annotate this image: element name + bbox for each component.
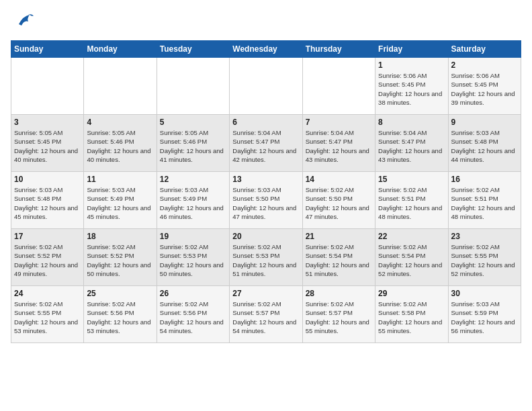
- weekday-monday: Monday: [84, 41, 157, 58]
- weekday-tuesday: Tuesday: [157, 41, 229, 58]
- day-info: Sunrise: 5:03 AM Sunset: 5:59 PM Dayligh…: [451, 300, 518, 335]
- week-row-3: 10Sunrise: 5:03 AM Sunset: 5:48 PM Dayli…: [11, 172, 521, 229]
- calendar-cell: 2Sunrise: 5:06 AM Sunset: 5:45 PM Daylig…: [448, 58, 521, 115]
- day-info: Sunrise: 5:02 AM Sunset: 5:55 PM Dayligh…: [451, 242, 518, 278]
- day-info: Sunrise: 5:03 AM Sunset: 5:48 PM Dayligh…: [451, 128, 518, 164]
- day-info: Sunrise: 5:02 AM Sunset: 5:57 PM Dayligh…: [306, 300, 372, 335]
- day-info: Sunrise: 5:05 AM Sunset: 5:45 PM Dayligh…: [14, 128, 81, 164]
- day-info: Sunrise: 5:04 AM Sunset: 5:47 PM Dayligh…: [306, 128, 372, 164]
- day-info: Sunrise: 5:02 AM Sunset: 5:53 PM Dayligh…: [232, 242, 299, 278]
- day-info: Sunrise: 5:05 AM Sunset: 5:46 PM Dayligh…: [87, 128, 153, 164]
- calendar-cell: [157, 58, 229, 115]
- day-number: 5: [160, 118, 226, 127]
- day-number: 4: [87, 118, 153, 127]
- day-info: Sunrise: 5:02 AM Sunset: 5:51 PM Dayligh…: [378, 185, 445, 221]
- calendar-cell: 27Sunrise: 5:02 AM Sunset: 5:57 PM Dayli…: [230, 286, 302, 343]
- page-header: [11, 11, 521, 32]
- calendar-cell: 30Sunrise: 5:03 AM Sunset: 5:59 PM Dayli…: [448, 286, 521, 343]
- calendar-cell: 7Sunrise: 5:04 AM Sunset: 5:47 PM Daylig…: [302, 115, 375, 172]
- day-info: Sunrise: 5:02 AM Sunset: 5:56 PM Dayligh…: [87, 300, 153, 335]
- day-info: Sunrise: 5:03 AM Sunset: 5:49 PM Dayligh…: [87, 185, 153, 221]
- day-number: 21: [306, 232, 372, 241]
- day-number: 2: [451, 60, 518, 70]
- day-number: 11: [87, 175, 153, 184]
- weekday-header-row: SundayMondayTuesdayWednesdayThursdayFrid…: [11, 41, 521, 58]
- calendar-cell: 16Sunrise: 5:02 AM Sunset: 5:51 PM Dayli…: [448, 172, 521, 229]
- calendar-table: SundayMondayTuesdayWednesdayThursdayFrid…: [11, 40, 521, 343]
- calendar-cell: 6Sunrise: 5:04 AM Sunset: 5:47 PM Daylig…: [230, 115, 302, 172]
- day-number: 15: [378, 175, 445, 184]
- calendar-cell: 17Sunrise: 5:02 AM Sunset: 5:52 PM Dayli…: [11, 229, 84, 286]
- calendar-cell: 23Sunrise: 5:02 AM Sunset: 5:55 PM Dayli…: [448, 229, 521, 286]
- day-number: 23: [451, 232, 518, 241]
- day-number: 20: [232, 232, 299, 241]
- day-info: Sunrise: 5:02 AM Sunset: 5:53 PM Dayligh…: [160, 242, 226, 278]
- weekday-saturday: Saturday: [448, 41, 521, 58]
- day-number: 6: [232, 118, 299, 127]
- day-number: 18: [87, 232, 153, 241]
- day-number: 10: [14, 175, 81, 184]
- day-number: 12: [160, 175, 226, 184]
- day-info: Sunrise: 5:02 AM Sunset: 5:50 PM Dayligh…: [306, 185, 372, 221]
- calendar-cell: 8Sunrise: 5:04 AM Sunset: 5:47 PM Daylig…: [375, 115, 448, 172]
- logo-bird-icon: [16, 11, 35, 32]
- day-info: Sunrise: 5:03 AM Sunset: 5:50 PM Dayligh…: [232, 185, 299, 221]
- week-row-2: 3Sunrise: 5:05 AM Sunset: 5:45 PM Daylig…: [11, 115, 521, 172]
- calendar-cell: 11Sunrise: 5:03 AM Sunset: 5:49 PM Dayli…: [84, 172, 157, 229]
- weekday-friday: Friday: [375, 41, 448, 58]
- day-number: 29: [378, 289, 445, 298]
- weekday-sunday: Sunday: [11, 41, 84, 58]
- calendar-cell: [84, 58, 157, 115]
- weekday-wednesday: Wednesday: [230, 41, 302, 58]
- calendar-cell: 3Sunrise: 5:05 AM Sunset: 5:45 PM Daylig…: [11, 115, 84, 172]
- day-info: Sunrise: 5:05 AM Sunset: 5:46 PM Dayligh…: [160, 128, 226, 164]
- day-number: 7: [306, 118, 372, 127]
- week-row-4: 17Sunrise: 5:02 AM Sunset: 5:52 PM Dayli…: [11, 229, 521, 286]
- day-number: 19: [160, 232, 226, 241]
- calendar-cell: 26Sunrise: 5:02 AM Sunset: 5:56 PM Dayli…: [157, 286, 229, 343]
- day-info: Sunrise: 5:03 AM Sunset: 5:49 PM Dayligh…: [160, 185, 226, 221]
- week-row-5: 24Sunrise: 5:02 AM Sunset: 5:55 PM Dayli…: [11, 286, 521, 343]
- calendar-cell: 19Sunrise: 5:02 AM Sunset: 5:53 PM Dayli…: [157, 229, 229, 286]
- day-number: 9: [451, 118, 518, 127]
- logo: [11, 11, 35, 32]
- day-info: Sunrise: 5:03 AM Sunset: 5:48 PM Dayligh…: [14, 185, 81, 221]
- calendar-cell: 18Sunrise: 5:02 AM Sunset: 5:52 PM Dayli…: [84, 229, 157, 286]
- day-number: 17: [14, 232, 81, 241]
- day-info: Sunrise: 5:02 AM Sunset: 5:57 PM Dayligh…: [232, 300, 299, 335]
- calendar-cell: 21Sunrise: 5:02 AM Sunset: 5:54 PM Dayli…: [302, 229, 375, 286]
- day-number: 14: [306, 175, 372, 184]
- day-number: 3: [14, 118, 81, 127]
- day-number: 28: [306, 289, 372, 298]
- day-number: 16: [451, 175, 518, 184]
- week-row-1: 1Sunrise: 5:06 AM Sunset: 5:45 PM Daylig…: [11, 58, 521, 115]
- calendar-cell: 1Sunrise: 5:06 AM Sunset: 5:45 PM Daylig…: [375, 58, 448, 115]
- day-info: Sunrise: 5:02 AM Sunset: 5:54 PM Dayligh…: [306, 242, 372, 278]
- calendar-cell: 28Sunrise: 5:02 AM Sunset: 5:57 PM Dayli…: [302, 286, 375, 343]
- day-number: 13: [232, 175, 299, 184]
- day-number: 22: [378, 232, 445, 241]
- calendar-cell: 9Sunrise: 5:03 AM Sunset: 5:48 PM Daylig…: [448, 115, 521, 172]
- day-number: 30: [451, 289, 518, 298]
- calendar-cell: [11, 58, 84, 115]
- day-info: Sunrise: 5:02 AM Sunset: 5:54 PM Dayligh…: [378, 242, 445, 278]
- weekday-thursday: Thursday: [302, 41, 375, 58]
- calendar-cell: 13Sunrise: 5:03 AM Sunset: 5:50 PM Dayli…: [230, 172, 302, 229]
- day-number: 24: [14, 289, 81, 298]
- day-number: 25: [87, 289, 153, 298]
- calendar-cell: 20Sunrise: 5:02 AM Sunset: 5:53 PM Dayli…: [230, 229, 302, 286]
- calendar-cell: 15Sunrise: 5:02 AM Sunset: 5:51 PM Dayli…: [375, 172, 448, 229]
- day-info: Sunrise: 5:06 AM Sunset: 5:45 PM Dayligh…: [378, 71, 445, 107]
- calendar-cell: 4Sunrise: 5:05 AM Sunset: 5:46 PM Daylig…: [84, 115, 157, 172]
- day-info: Sunrise: 5:02 AM Sunset: 5:58 PM Dayligh…: [378, 300, 445, 335]
- day-info: Sunrise: 5:02 AM Sunset: 5:51 PM Dayligh…: [451, 185, 518, 221]
- day-info: Sunrise: 5:04 AM Sunset: 5:47 PM Dayligh…: [232, 128, 299, 164]
- day-info: Sunrise: 5:02 AM Sunset: 5:55 PM Dayligh…: [14, 300, 81, 335]
- day-info: Sunrise: 5:06 AM Sunset: 5:45 PM Dayligh…: [451, 71, 518, 107]
- calendar-cell: [302, 58, 375, 115]
- calendar-cell: 14Sunrise: 5:02 AM Sunset: 5:50 PM Dayli…: [302, 172, 375, 229]
- day-number: 26: [160, 289, 226, 298]
- calendar-cell: [230, 58, 302, 115]
- day-number: 1: [378, 60, 445, 70]
- calendar-cell: 25Sunrise: 5:02 AM Sunset: 5:56 PM Dayli…: [84, 286, 157, 343]
